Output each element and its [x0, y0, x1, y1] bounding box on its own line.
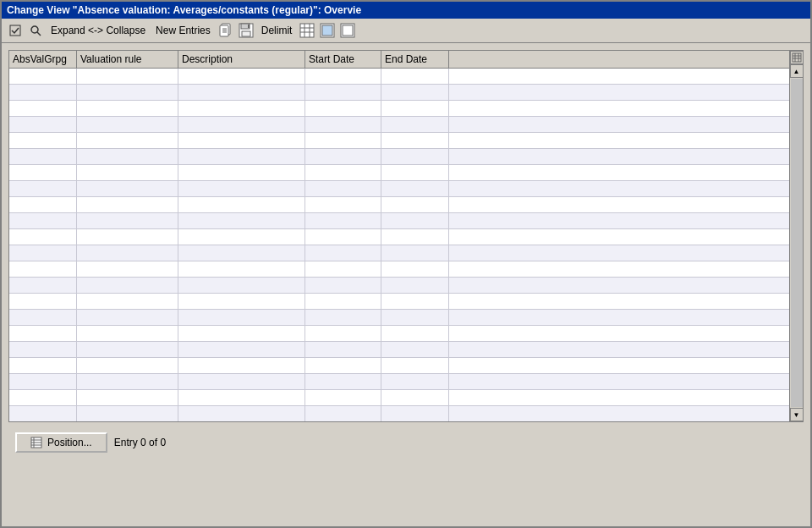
- table-cell[interactable]: [178, 342, 305, 357]
- table-row[interactable]: [9, 245, 789, 261]
- table-row[interactable]: [9, 133, 789, 149]
- table-cell[interactable]: [178, 229, 305, 245]
- table-cell[interactable]: [178, 326, 305, 341]
- copy-icon[interactable]: [217, 22, 234, 39]
- table-cell[interactable]: [9, 181, 77, 196]
- table-row[interactable]: [9, 117, 789, 133]
- table-cell[interactable]: [77, 197, 178, 212]
- table-cell[interactable]: [178, 294, 305, 309]
- table-row[interactable]: [9, 165, 789, 181]
- table-cell[interactable]: [305, 390, 381, 405]
- table-cell[interactable]: [77, 181, 178, 196]
- table-cell[interactable]: [9, 149, 77, 164]
- select-all-icon[interactable]: [319, 22, 336, 39]
- table-cell[interactable]: [381, 374, 449, 389]
- table-cell[interactable]: [178, 358, 305, 373]
- table-cell[interactable]: [9, 165, 77, 180]
- table-cell[interactable]: [381, 294, 449, 309]
- table-cell[interactable]: [9, 85, 77, 100]
- table-cell[interactable]: [77, 165, 178, 180]
- table-cell[interactable]: [178, 245, 305, 261]
- table-cell[interactable]: [9, 133, 77, 148]
- table-cell[interactable]: [381, 390, 449, 405]
- table-cell[interactable]: [305, 358, 381, 373]
- table-cell[interactable]: [77, 245, 178, 261]
- table-cell[interactable]: [381, 181, 449, 196]
- table-cell[interactable]: [305, 278, 381, 293]
- table-cell[interactable]: [9, 117, 77, 132]
- table-cell[interactable]: [381, 149, 449, 164]
- position-btn[interactable]: Position...: [15, 432, 107, 453]
- table-cell[interactable]: [9, 342, 77, 357]
- table-cell[interactable]: [381, 245, 449, 261]
- table-cell[interactable]: [9, 213, 77, 228]
- table-cell[interactable]: [9, 278, 77, 293]
- table-cell[interactable]: [381, 117, 449, 132]
- table-cell[interactable]: [305, 197, 381, 212]
- table-cell[interactable]: [9, 101, 77, 116]
- table-cell[interactable]: [9, 406, 77, 421]
- table-cell[interactable]: [77, 261, 178, 277]
- expand-collapse-btn[interactable]: Expand <-> Collapse: [47, 23, 149, 38]
- table-cell[interactable]: [9, 261, 77, 277]
- table-cell[interactable]: [9, 310, 77, 325]
- table-cell[interactable]: [305, 406, 381, 421]
- table-cell[interactable]: [77, 358, 178, 373]
- table-cell[interactable]: [9, 294, 77, 309]
- check-icon[interactable]: [7, 22, 24, 39]
- table-cell[interactable]: [77, 326, 178, 341]
- table-cell[interactable]: [305, 294, 381, 309]
- table-cell[interactable]: [77, 101, 178, 116]
- table-cell[interactable]: [381, 342, 449, 357]
- scroll-track-vertical[interactable]: [791, 79, 803, 407]
- table-cell[interactable]: [381, 197, 449, 212]
- table-cell[interactable]: [178, 374, 305, 389]
- table-row[interactable]: [9, 181, 789, 197]
- table-cell[interactable]: [9, 197, 77, 212]
- table-cell[interactable]: [381, 326, 449, 341]
- table-cell[interactable]: [305, 229, 381, 245]
- table-row[interactable]: [9, 294, 789, 310]
- table-cell[interactable]: [305, 133, 381, 148]
- table-cell[interactable]: [9, 358, 77, 373]
- table-cell[interactable]: [77, 69, 178, 84]
- table-cell[interactable]: [77, 390, 178, 405]
- table-cell[interactable]: [381, 85, 449, 100]
- table-cell[interactable]: [381, 261, 449, 277]
- table-cell[interactable]: [381, 278, 449, 293]
- table-cell[interactable]: [178, 69, 305, 84]
- save-icon[interactable]: [238, 22, 255, 39]
- table-cell[interactable]: [178, 310, 305, 325]
- table-row[interactable]: [9, 390, 789, 406]
- table-cell[interactable]: [305, 101, 381, 116]
- table-row[interactable]: [9, 101, 789, 117]
- table-cell[interactable]: [178, 101, 305, 116]
- table-row[interactable]: [9, 149, 789, 165]
- table-cell[interactable]: [305, 149, 381, 164]
- table-cell[interactable]: [9, 390, 77, 405]
- table-cell[interactable]: [178, 149, 305, 164]
- table-cell[interactable]: [77, 85, 178, 100]
- table-row[interactable]: [9, 229, 789, 245]
- table-cell[interactable]: [305, 165, 381, 180]
- table-cell[interactable]: [178, 213, 305, 228]
- table-row[interactable]: [9, 374, 789, 390]
- table-cell[interactable]: [9, 326, 77, 341]
- table-row[interactable]: [9, 85, 789, 101]
- table-cell[interactable]: [305, 245, 381, 261]
- table-cell[interactable]: [381, 69, 449, 84]
- table-cell[interactable]: [77, 229, 178, 245]
- table-cell[interactable]: [9, 245, 77, 261]
- table-cell[interactable]: [305, 117, 381, 132]
- find-icon[interactable]: [27, 22, 44, 39]
- table-cell[interactable]: [305, 342, 381, 357]
- table-row[interactable]: [9, 406, 789, 421]
- table-icon[interactable]: [299, 22, 315, 39]
- table-cell[interactable]: [305, 326, 381, 341]
- table-cell[interactable]: [9, 229, 77, 245]
- table-cell[interactable]: [77, 278, 178, 293]
- table-cell[interactable]: [77, 117, 178, 132]
- table-cell[interactable]: [77, 406, 178, 421]
- table-cell[interactable]: [178, 181, 305, 196]
- table-cell[interactable]: [178, 165, 305, 180]
